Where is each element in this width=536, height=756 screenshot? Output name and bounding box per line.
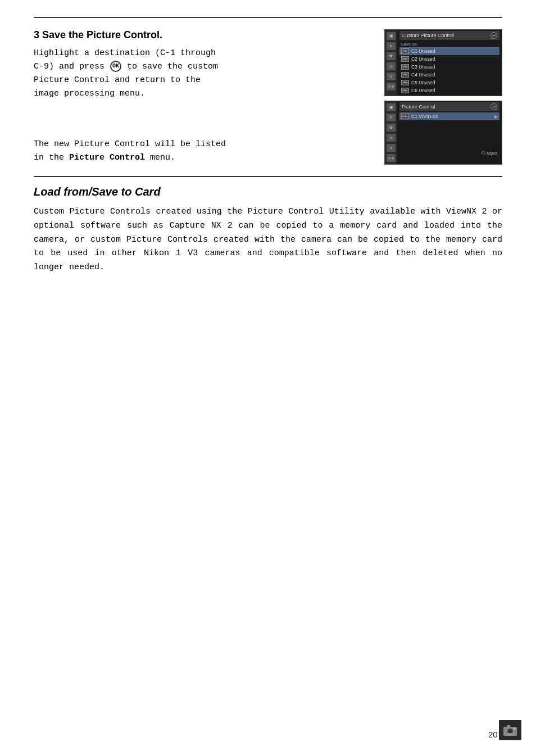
c2-label: C2 Unused	[411, 56, 435, 62]
panel-item-c3[interactable]: 📷 C3 Unused	[399, 63, 499, 71]
step3-body: Highlight a destination (C-1 through C-9…	[34, 47, 373, 101]
svg-rect-3	[507, 725, 510, 727]
panel-main-bottom: Picture Control ↩ 📷 C1 VIVID-02 ▶ ⓒ Adju…	[397, 101, 502, 164]
sidebar2-icon-4: ⛭	[387, 134, 396, 142]
sidebar-icon-5: Y	[387, 73, 396, 80]
camera-svg-icon	[502, 722, 518, 738]
arrow-icon: ▶	[494, 114, 498, 119]
section-divider	[34, 176, 502, 177]
panel2-item-c1[interactable]: 📷 C1 VIVID-02 ▶	[399, 112, 499, 120]
c3-label: C3 Unused	[411, 64, 435, 70]
panel-title-bar-top: Custom Picture Control ↩	[399, 31, 499, 40]
panel2-title-text: Picture Control	[402, 104, 435, 110]
sidebar-icon-3: ✿	[387, 52, 396, 60]
panel-sidebar-top: ▣ P ✿ ⛭ Y 0↑0	[385, 30, 397, 96]
c2-icon: 📷	[401, 56, 409, 62]
panel-item-c1[interactable]: 📷 C1 Unused	[399, 47, 499, 55]
sidebar2-icon-1: ▣	[387, 103, 396, 111]
load-save-heading: Load from/Save to Card	[34, 185, 502, 198]
c1-vivid-label: C1 VIVID-02	[411, 114, 438, 119]
c4-label: C4 Unused	[411, 72, 435, 78]
panel-main-top: Custom Picture Control ↩ Save as 📷 C1 Un…	[397, 30, 502, 96]
back-button-2[interactable]: ↩	[490, 103, 497, 110]
note-bold: Picture Control	[69, 153, 145, 162]
c6-icon: 📷	[401, 88, 409, 93]
svg-point-2	[508, 729, 512, 734]
step-number: 3 Save the Picture Control.	[34, 29, 162, 40]
sidebar-icon-4: ⛭	[387, 62, 396, 70]
camera-panels: ▣ P ✿ ⛭ Y 0↑0 Custom Picture Control ↩ S…	[384, 29, 502, 165]
load-save-body: Custom Picture Controls created using th…	[34, 205, 502, 275]
top-section-wrapper: 3 Save the Picture Control. Highlight a …	[34, 29, 502, 165]
sidebar2-icon-2: P	[387, 114, 396, 121]
sidebar-icon-6: 0↑0	[387, 83, 396, 90]
panel-subtitle: Save as	[399, 41, 499, 47]
panel-item-c6[interactable]: 📷 C6 Unused	[399, 87, 499, 94]
sidebar2-icon-5: Y	[387, 144, 396, 152]
top-section-left: 3 Save the Picture Control. Highlight a …	[34, 29, 373, 165]
panel-sidebar-bottom: ▣ P ✿ ⛭ Y 0↑0	[385, 101, 397, 164]
picture-control-panel: ▣ P ✿ ⛭ Y 0↑0 Picture Control ↩ 📷 C1 VIV…	[384, 101, 502, 165]
bottom-right-camera-icon	[499, 720, 521, 740]
top-border	[34, 17, 502, 18]
c4-icon: 📷	[401, 72, 409, 78]
sidebar2-icon-6: 0↑0	[387, 154, 396, 162]
panel-empty-space	[399, 120, 499, 148]
c5-icon: 📷	[401, 80, 409, 85]
note-text: The new Picture Control will be listed i…	[34, 138, 373, 165]
sidebar-icon-1: ▣	[387, 32, 396, 40]
panel-item-c2[interactable]: 📷 C2 Unused	[399, 55, 499, 63]
panel-item-c5[interactable]: 📷 C5 Unused	[399, 79, 499, 87]
c1-icon: 📷	[401, 48, 409, 54]
custom-picture-control-panel: ▣ P ✿ ⛭ Y 0↑0 Custom Picture Control ↩ S…	[384, 29, 502, 96]
panel-item-c4[interactable]: 📷 C4 Unused	[399, 71, 499, 79]
ok-button-icon: OK	[110, 61, 121, 72]
panel-title-text: Custom Picture Control	[402, 33, 454, 38]
step3-heading: 3 Save the Picture Control.	[34, 29, 373, 41]
panel-title-bar-bottom: Picture Control ↩	[399, 102, 499, 111]
c1-vivid-icon: 📷	[401, 114, 409, 119]
c1-label: C1 Unused	[411, 48, 435, 54]
adjust-button[interactable]: ⓒ Adjust	[399, 150, 499, 157]
svg-point-4	[514, 728, 516, 730]
c6-label: C6 Unused	[411, 88, 435, 93]
back-button[interactable]: ↩	[490, 32, 497, 39]
page-container: 3 Save the Picture Control. Highlight a …	[0, 0, 536, 756]
c3-icon: 📷	[401, 64, 409, 70]
sidebar2-icon-3: ✿	[387, 124, 396, 132]
sidebar-icon-2: P	[387, 42, 396, 50]
c5-label: C5 Unused	[411, 80, 435, 85]
